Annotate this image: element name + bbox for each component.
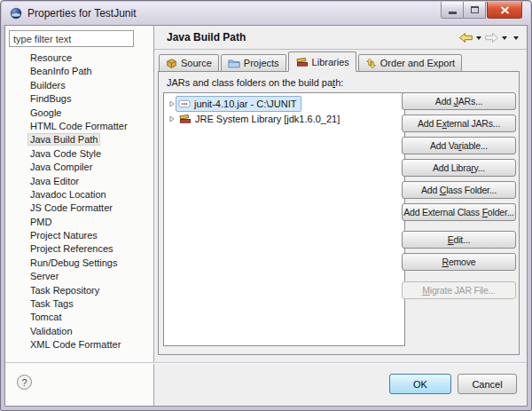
dialog-client-area: Resource BeanInfo Path Builders FindBugs… [4, 25, 528, 407]
maximize-icon [471, 6, 479, 13]
cancel-button[interactable]: Cancel [458, 374, 517, 394]
build-path-list[interactable]: junit-4.10.jar - C:\JUNIT JRE System Lib… [163, 92, 405, 346]
maximize-button[interactable] [464, 2, 486, 19]
library-icon [178, 114, 192, 124]
sidebar-item-xml-code-formatter[interactable]: XML Code Formatter [5, 338, 153, 352]
page-header: Java Build Path [154, 26, 527, 50]
help-button[interactable]: ? [17, 375, 32, 390]
add-external-jars-button[interactable]: Add External JARs... [402, 115, 516, 132]
sidebar-item-java-code-style[interactable]: Java Code Style [5, 147, 153, 161]
sidebar-item-project-references[interactable]: Project References [5, 242, 153, 256]
remove-button[interactable]: Remove [402, 253, 516, 271]
add-variable-button[interactable]: Add Variable... [402, 137, 516, 154]
sidebar-item-server[interactable]: Server [5, 270, 153, 283]
jar-icon [178, 99, 191, 109]
add-library-button[interactable]: Add Library... [402, 159, 516, 177]
add-external-class-folder-button[interactable]: Add External Class Folder... [402, 203, 516, 221]
sidebar-item-builders[interactable]: Builders [5, 79, 153, 92]
sidebar-item-pmd[interactable]: PMD [5, 216, 153, 229]
sidebar-item-google[interactable]: Google [5, 107, 153, 120]
forward-arrow-icon [484, 32, 499, 43]
tab-libraries[interactable]: Libraries [288, 51, 356, 72]
sidebar-item-task-repository[interactable]: Task Repository [5, 284, 153, 297]
titlebar[interactable]: Properties for TestJunit [2, 2, 530, 25]
sidebar-item-run-debug-settings[interactable]: Run/Debug Settings [5, 257, 153, 270]
migrate-jar-file-button: Migrate JAR File... [402, 281, 516, 299]
projects-icon [228, 58, 240, 68]
list-item-label: junit-4.10.jar - C:\JUNIT [194, 99, 297, 109]
tab-source[interactable]: Source [159, 54, 219, 72]
minimize-button[interactable] [441, 2, 464, 19]
sidebar-item-js-code-formatter[interactable]: JS Code Formatter [5, 202, 153, 215]
libraries-icon [295, 57, 309, 67]
main-panel: Java Build Path [154, 26, 527, 406]
sidebar-item-java-compiler[interactable]: Java Compiler [5, 161, 153, 174]
list-item-jre-system-library[interactable]: JRE System Library [jdk1.6.0_21] [164, 111, 404, 126]
expand-arrow-icon[interactable] [168, 115, 176, 123]
sidebar-item-java-build-path[interactable]: Java Build Path [5, 133, 153, 146]
expand-arrow-icon[interactable] [168, 100, 176, 107]
sidebar-item-html-code-formatter[interactable]: HTML Code Formatter [5, 120, 153, 133]
forward-dropdown-icon[interactable] [502, 36, 507, 43]
close-icon [500, 6, 510, 14]
libraries-tab-panel: JARs and class folders on the build path… [158, 71, 520, 355]
history-navigation [458, 26, 519, 49]
window-title: Properties for TestJunit [27, 2, 137, 25]
help-icon: ? [21, 377, 27, 388]
add-jars-button[interactable]: Add JARs... [402, 92, 516, 110]
sidebar-item-validation[interactable]: Validation [5, 325, 153, 338]
close-button[interactable] [487, 2, 522, 19]
back-dropdown-icon[interactable] [476, 36, 481, 43]
jars-list-label: JARs and class folders on the build path… [167, 77, 343, 88]
filter-input[interactable] [9, 30, 134, 47]
eclipse-icon [10, 7, 22, 20]
tab-order-and-export[interactable]: Order and Export [358, 54, 462, 72]
sidebar-item-beaninfo-path[interactable]: BeanInfo Path [5, 65, 153, 78]
sidebar-item-resource[interactable]: Resource [5, 51, 153, 65]
sidebar-item-java-editor[interactable]: Java Editor [5, 175, 153, 188]
view-menu-icon[interactable] [513, 36, 519, 43]
source-icon [166, 58, 177, 69]
list-item-label: JRE System Library [jdk1.6.0_21] [195, 114, 340, 124]
window-controls [441, 2, 522, 19]
back-arrow-icon[interactable] [458, 32, 473, 43]
build-path-tabs: Source Projects Libraries [159, 52, 464, 72]
sidebar-item-javadoc-location[interactable]: Javadoc Location [5, 188, 153, 202]
sidebar-item-findbugs[interactable]: FindBugs [5, 92, 153, 106]
order-export-icon [365, 58, 377, 69]
add-class-folder-button[interactable]: Add Class Folder... [402, 181, 516, 199]
dialog-footer: ? OK Cancel [5, 362, 527, 406]
sidebar-item-task-tags[interactable]: Task Tags [5, 297, 153, 311]
preferences-sidebar: Resource BeanInfo Path Builders FindBugs… [5, 26, 154, 406]
preferences-tree: Resource BeanInfo Path Builders FindBugs… [5, 51, 153, 352]
sidebar-item-project-natures[interactable]: Project Natures [5, 229, 153, 242]
edit-button[interactable]: Edit... [402, 231, 516, 249]
properties-dialog: Properties for TestJunit Resource BeanIn… [0, 0, 532, 411]
sidebar-item-tomcat[interactable]: Tomcat [5, 311, 153, 324]
page-title: Java Build Path [167, 26, 246, 49]
tab-projects[interactable]: Projects [221, 54, 286, 72]
minimize-icon [449, 12, 457, 14]
ok-button[interactable]: OK [389, 374, 451, 394]
list-item-junit-jar[interactable]: junit-4.10.jar - C:\JUNIT [164, 96, 404, 111]
